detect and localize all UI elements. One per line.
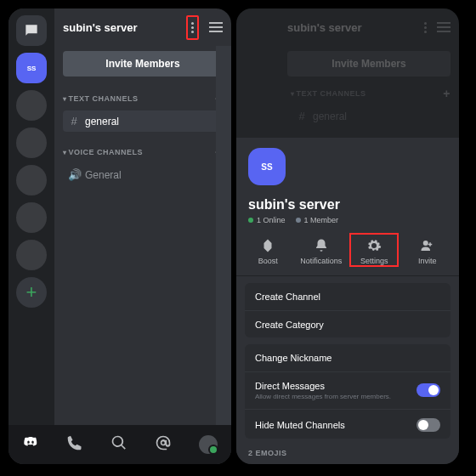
options-list: Create Channel Create Category Change Ni… [236, 276, 459, 464]
section-label: TEXT CHANNELS [69, 94, 139, 103]
sheet-action-row: Boost Notifications Settings Invite [236, 233, 459, 276]
sheet-server-name: subin's server [248, 197, 447, 212]
dm-toggle[interactable] [416, 383, 440, 397]
nav-search-button[interactable] [110, 434, 128, 455]
dm-button[interactable] [16, 15, 47, 46]
settings-button[interactable]: Settings [351, 238, 397, 265]
row-label: Hide Muted Channels [255, 420, 345, 430]
bell-icon [314, 238, 329, 253]
more-menu-highlight [186, 15, 199, 40]
dim-title: subin's server [287, 21, 362, 34]
channel-label: general [85, 116, 119, 128]
action-label: Boost [258, 257, 278, 265]
nav-mentions-button[interactable] [155, 434, 172, 455]
voice-channels-header[interactable]: ▾VOICE CHANNELS + [63, 145, 223, 159]
nav-discord-button[interactable] [22, 434, 39, 455]
server-rail: SS + [8, 8, 54, 425]
section-label: VOICE CHANNELS [69, 148, 144, 156]
channel-header: subin's server [54, 8, 231, 46]
hash-icon: # [68, 115, 80, 128]
search-icon [110, 434, 128, 451]
online-count: 1 Online [257, 216, 286, 224]
row-label: Direct Messages [255, 381, 325, 391]
server-blur[interactable] [16, 202, 47, 233]
online-dot-icon [248, 218, 253, 223]
more-menu-button[interactable] [191, 22, 194, 33]
hide-muted-row[interactable]: Hide Muted Channels [245, 409, 450, 439]
create-category-row[interactable]: Create Category [245, 310, 450, 337]
presence-line: 1 Online 1 Member [248, 216, 447, 224]
add-server-button[interactable]: + [16, 277, 47, 308]
hide-muted-toggle[interactable] [416, 418, 440, 432]
server-blur[interactable] [16, 128, 47, 158]
server-avatar: SS [248, 148, 286, 185]
discord-icon [22, 434, 39, 451]
member-count: 1 Member [304, 216, 339, 224]
speech-bubble-icon [23, 22, 40, 39]
bottom-nav [8, 425, 231, 464]
member-dot-icon [296, 218, 301, 223]
chevron-down-icon: ▾ [63, 95, 67, 103]
notifications-button[interactable]: Notifications [298, 238, 344, 265]
boost-button[interactable]: Boost [245, 238, 291, 265]
direct-messages-row[interactable]: Direct Messages Allow direct messages fr… [245, 371, 450, 409]
speaker-icon: 🔊 [68, 168, 80, 181]
server-icon[interactable]: SS [16, 53, 47, 83]
emoji-header: 2 EMOJIS [245, 445, 450, 457]
gear-icon [366, 238, 382, 253]
chevron-down-icon: ▾ [63, 149, 67, 156]
voice-channel-general[interactable]: 🔊 General [63, 164, 223, 185]
change-nickname-row[interactable]: Change Nickname [245, 344, 450, 371]
voice-channels-section: ▾VOICE CHANNELS + 🔊 General [54, 140, 231, 185]
server-blur[interactable] [16, 240, 47, 270]
chat-peek [216, 46, 231, 425]
phone-channel-list: SS + subin's server Invite Members ▾TEXT… [8, 8, 231, 464]
invite-members-button[interactable]: Invite Members [63, 51, 223, 76]
server-blur[interactable] [16, 165, 47, 196]
channel-general[interactable]: # general [63, 110, 223, 132]
action-label: Notifications [300, 257, 342, 265]
channel-label: General [85, 169, 122, 181]
nav-profile-button[interactable] [199, 435, 218, 454]
create-channel-row[interactable]: Create Channel [245, 283, 450, 310]
invite-button[interactable]: Invite [405, 238, 450, 265]
phone-icon [66, 434, 83, 451]
action-label: Settings [360, 257, 388, 265]
mention-icon [155, 434, 172, 451]
row-sublabel: Allow direct messages from server member… [255, 393, 391, 400]
text-channels-header[interactable]: ▾TEXT CHANNELS + [63, 92, 223, 105]
dim-invite: Invite Members [287, 51, 450, 76]
text-channels-section: ▾TEXT CHANNELS + # general [54, 87, 231, 132]
nav-friends-button[interactable] [66, 434, 83, 455]
phone-server-sheet: subin's server Invite Members ▾TEXT CHAN… [236, 8, 459, 464]
channel-panel: subin's server Invite Members ▾TEXT CHAN… [54, 8, 231, 425]
server-title: subin's server [63, 21, 138, 34]
boost-icon [260, 238, 275, 253]
server-blur[interactable] [16, 90, 47, 121]
dimmed-background: subin's server Invite Members ▾TEXT CHAN… [236, 8, 459, 138]
action-label: Invite [418, 257, 437, 265]
member-list-button[interactable] [209, 22, 223, 32]
invite-icon [420, 238, 435, 253]
server-options-sheet: SS subin's server 1 Online 1 Member Boos… [236, 138, 459, 464]
